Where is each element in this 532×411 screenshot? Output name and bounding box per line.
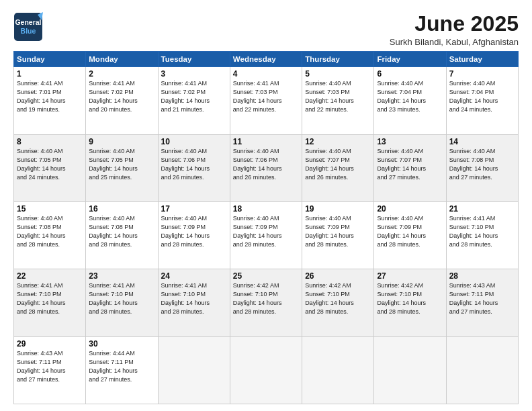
day-number: 17 [161,204,227,214]
table-row [374,336,446,404]
table-row: 12Sunrise: 4:40 AMSunset: 7:07 PMDayligh… [302,134,374,201]
day-info: Sunrise: 4:41 AMSunset: 7:02 PMDaylight:… [89,79,154,114]
day-info: Sunrise: 4:40 AMSunset: 7:08 PMDaylight:… [449,147,515,182]
table-row: 7Sunrise: 4:40 AMSunset: 7:04 PMDaylight… [446,67,518,134]
day-info: Sunrise: 4:40 AMSunset: 7:03 PMDaylight:… [305,79,371,114]
day-info: Sunrise: 4:40 AMSunset: 7:05 PMDaylight:… [89,147,154,182]
day-number: 14 [449,137,515,146]
day-number: 19 [305,204,371,214]
table-row: 21Sunrise: 4:41 AMSunset: 7:10 PMDayligh… [446,201,518,269]
day-info: Sunrise: 4:41 AMSunset: 7:10 PMDaylight:… [449,214,515,249]
day-info: Sunrise: 4:42 AMSunset: 7:10 PMDaylight:… [377,281,443,316]
day-info: Sunrise: 4:40 AMSunset: 7:09 PMDaylight:… [305,214,371,249]
day-info: Sunrise: 4:41 AMSunset: 7:10 PMDaylight:… [89,281,154,316]
table-row: 23Sunrise: 4:41 AMSunset: 7:10 PMDayligh… [86,269,158,336]
day-number: 3 [161,69,227,79]
table-row: 1Sunrise: 4:41 AMSunset: 7:01 PMDaylight… [14,67,86,134]
col-sunday: Sunday [14,52,86,67]
day-info: Sunrise: 4:40 AMSunset: 7:08 PMDaylight:… [89,214,154,249]
table-row: 28Sunrise: 4:43 AMSunset: 7:11 PMDayligh… [446,269,518,336]
day-number: 9 [89,137,154,146]
table-row: 17Sunrise: 4:40 AMSunset: 7:09 PMDayligh… [158,201,230,269]
day-info: Sunrise: 4:40 AMSunset: 7:06 PMDaylight:… [233,147,299,182]
logo-svg: General Blue [13,12,43,42]
day-info: Sunrise: 4:42 AMSunset: 7:10 PMDaylight:… [305,281,371,316]
month-title: June 2025 [390,12,519,36]
day-info: Sunrise: 4:41 AMSunset: 7:10 PMDaylight:… [161,281,227,316]
day-number: 20 [377,204,443,214]
day-number: 21 [449,204,515,214]
day-number: 30 [89,339,154,349]
table-row: 27Sunrise: 4:42 AMSunset: 7:10 PMDayligh… [374,269,446,336]
page: General Blue June 2025 Surkh Bilandi, Ka… [0,0,532,411]
day-info: Sunrise: 4:40 AMSunset: 7:04 PMDaylight:… [377,79,443,114]
day-number: 13 [377,137,443,146]
day-info: Sunrise: 4:41 AMSunset: 7:01 PMDaylight:… [17,79,83,114]
table-row: 3Sunrise: 4:41 AMSunset: 7:02 PMDaylight… [158,67,230,134]
day-info: Sunrise: 4:41 AMSunset: 7:03 PMDaylight:… [233,79,299,114]
day-number: 11 [233,137,299,146]
day-number: 16 [89,204,154,214]
header: General Blue June 2025 Surkh Bilandi, Ka… [13,12,519,47]
day-info: Sunrise: 4:40 AMSunset: 7:04 PMDaylight:… [449,79,515,114]
day-number: 24 [161,271,227,281]
day-info: Sunrise: 4:40 AMSunset: 7:09 PMDaylight:… [233,214,299,249]
day-info: Sunrise: 4:43 AMSunset: 7:11 PMDaylight:… [449,281,515,316]
table-row: 18Sunrise: 4:40 AMSunset: 7:09 PMDayligh… [230,201,302,269]
table-row: 20Sunrise: 4:40 AMSunset: 7:09 PMDayligh… [374,201,446,269]
calendar-table: Sunday Monday Tuesday Wednesday Thursday… [13,51,519,404]
location-subtitle: Surkh Bilandi, Kabul, Afghanistan [390,37,519,47]
day-info: Sunrise: 4:42 AMSunset: 7:10 PMDaylight:… [233,281,299,316]
col-thursday: Thursday [302,52,374,67]
table-row: 16Sunrise: 4:40 AMSunset: 7:08 PMDayligh… [86,201,158,269]
day-number: 15 [17,204,83,214]
day-info: Sunrise: 4:40 AMSunset: 7:07 PMDaylight:… [305,147,371,182]
table-row: 13Sunrise: 4:40 AMSunset: 7:07 PMDayligh… [374,134,446,201]
day-info: Sunrise: 4:40 AMSunset: 7:05 PMDaylight:… [17,147,83,182]
day-number: 28 [449,271,515,281]
day-info: Sunrise: 4:40 AMSunset: 7:06 PMDaylight:… [161,147,227,182]
day-number: 10 [161,137,227,146]
col-saturday: Saturday [446,52,518,67]
table-row: 6Sunrise: 4:40 AMSunset: 7:04 PMDaylight… [374,67,446,134]
table-row: 11Sunrise: 4:40 AMSunset: 7:06 PMDayligh… [230,134,302,201]
table-row: 30Sunrise: 4:44 AMSunset: 7:11 PMDayligh… [86,336,158,404]
day-number: 23 [89,271,154,281]
table-row: 5Sunrise: 4:40 AMSunset: 7:03 PMDaylight… [302,67,374,134]
table-row [446,336,518,404]
table-row [230,336,302,404]
col-tuesday: Tuesday [158,52,230,67]
day-number: 12 [305,137,371,146]
day-number: 29 [17,339,83,349]
table-row: 8Sunrise: 4:40 AMSunset: 7:05 PMDaylight… [14,134,86,201]
day-info: Sunrise: 4:40 AMSunset: 7:08 PMDaylight:… [17,214,83,249]
day-number: 25 [233,271,299,281]
table-row: 10Sunrise: 4:40 AMSunset: 7:06 PMDayligh… [158,134,230,201]
col-monday: Monday [86,52,158,67]
day-info: Sunrise: 4:40 AMSunset: 7:09 PMDaylight:… [377,214,443,249]
day-number: 6 [377,69,443,79]
table-row: 24Sunrise: 4:41 AMSunset: 7:10 PMDayligh… [158,269,230,336]
table-row: 14Sunrise: 4:40 AMSunset: 7:08 PMDayligh… [446,134,518,201]
day-number: 2 [89,69,154,79]
table-row: 9Sunrise: 4:40 AMSunset: 7:05 PMDaylight… [86,134,158,201]
table-row [302,336,374,404]
table-row [158,336,230,404]
day-number: 5 [305,69,371,79]
day-number: 7 [449,69,515,79]
title-block: June 2025 Surkh Bilandi, Kabul, Afghanis… [390,12,519,47]
day-info: Sunrise: 4:44 AMSunset: 7:11 PMDaylight:… [89,349,154,384]
day-info: Sunrise: 4:41 AMSunset: 7:10 PMDaylight:… [17,281,83,316]
day-info: Sunrise: 4:40 AMSunset: 7:09 PMDaylight:… [161,214,227,249]
col-friday: Friday [374,52,446,67]
logo: General Blue [13,12,43,42]
day-number: 18 [233,204,299,214]
table-row: 26Sunrise: 4:42 AMSunset: 7:10 PMDayligh… [302,269,374,336]
day-number: 26 [305,271,371,281]
day-number: 1 [17,69,83,79]
table-row: 29Sunrise: 4:43 AMSunset: 7:11 PMDayligh… [14,336,86,404]
day-number: 22 [17,271,83,281]
day-number: 8 [17,137,83,146]
day-info: Sunrise: 4:43 AMSunset: 7:11 PMDaylight:… [17,349,83,384]
table-row: 22Sunrise: 4:41 AMSunset: 7:10 PMDayligh… [14,269,86,336]
